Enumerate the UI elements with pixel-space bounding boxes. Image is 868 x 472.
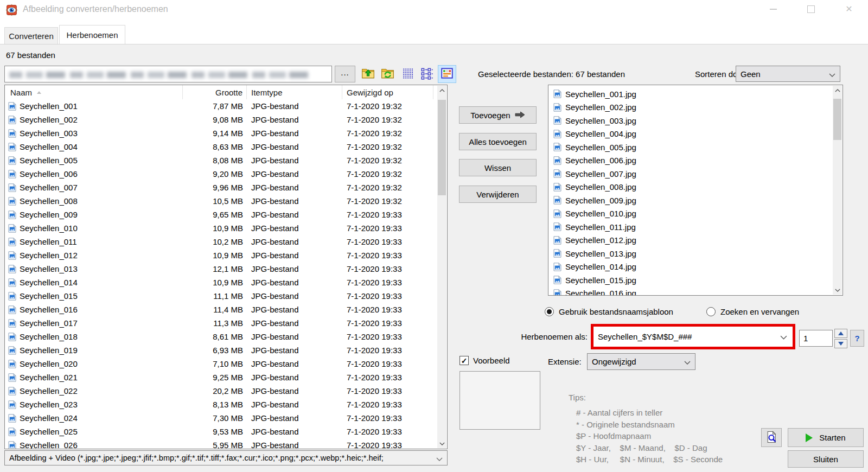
list-item[interactable]: Seychellen_002.jpg — [548, 101, 843, 114]
table-row[interactable]: Seychellen_0029,08 MBJPG-bestand7-1-2020… — [5, 113, 447, 126]
close-button[interactable]: ✕ — [837, 0, 861, 18]
minimize-button[interactable] — [761, 0, 786, 18]
list-view-button[interactable] — [418, 65, 436, 83]
remove-button[interactable]: Verwijderen — [459, 186, 537, 203]
table-row[interactable]: Seychellen_01511,1 MBJPG-bestand7-1-2020… — [5, 289, 447, 303]
table-row[interactable]: Seychellen_0188,61 MBJPG-bestand7-1-2020… — [5, 330, 447, 343]
table-row[interactable]: Seychellen_0058,08 MBJPG-bestand7-1-2020… — [5, 154, 447, 167]
table-row[interactable]: Seychellen_0238,13 MBJPG-bestand7-1-2020… — [5, 398, 447, 411]
table-row[interactable]: Seychellen_01410,9 MBJPG-bestand7-1-2020… — [5, 276, 447, 289]
preview-rename-button[interactable] — [761, 428, 782, 447]
file-type-filter-dropdown[interactable]: Afbeelding + Video (*.jpg;*.jpe;*.jpeg;*… — [4, 450, 448, 465]
column-header-grootte[interactable]: Grootte — [183, 85, 247, 99]
extension-label: Extensie: — [548, 357, 582, 366]
table-row[interactable]: Seychellen_01312,1 MBJPG-bestand7-1-2020… — [5, 262, 447, 276]
list-item[interactable]: Seychellen_007.jpg — [548, 167, 843, 181]
file-type-cell: JPG-bestand — [247, 318, 342, 328]
column-header-gewijzigd-op[interactable]: Gewijzigd op — [342, 85, 433, 99]
thumbnails-view-button[interactable] — [438, 65, 456, 83]
file-table-body: Seychellen_0017,87 MBJPG-bestand7-1-2020… — [5, 99, 447, 449]
table-row[interactable]: Seychellen_0259,53 MBJPG-bestand7-1-2020… — [5, 425, 447, 438]
extension-value: Ongewijzigd — [592, 357, 636, 366]
spin-up-button[interactable] — [834, 329, 847, 338]
table-row[interactable]: Seychellen_01711,3 MBJPG-bestand7-1-2020… — [5, 316, 447, 330]
preview-checkbox[interactable]: ✓ Voorbeeld — [459, 356, 510, 365]
rename-template-combobox[interactable]: Seychellen_$Y$M$D_### — [593, 327, 793, 347]
file-name: Seychellen_004.jpg — [565, 129, 636, 138]
list-item[interactable]: Seychellen_014.jpg — [548, 260, 843, 274]
scrollbar-thumb[interactable] — [833, 99, 841, 140]
list-item[interactable]: Seychellen_001.jpg — [548, 87, 843, 101]
file-type-cell: JPG-bestand — [247, 291, 342, 301]
list-item[interactable]: Seychellen_015.jpg — [548, 273, 843, 287]
file-name: Seychellen_018 — [20, 332, 78, 341]
maximize-button[interactable] — [799, 0, 824, 18]
table-row[interactable]: Seychellen_0099,65 MBJPG-bestand7-1-2020… — [5, 208, 447, 221]
list-item[interactable]: Seychellen_010.jpg — [548, 207, 843, 221]
tab-herbenoemen[interactable]: Herbenoemen — [59, 25, 125, 44]
details-view-button[interactable] — [399, 65, 418, 83]
file-name-cell: Seychellen_017 — [5, 318, 183, 328]
table-row[interactable]: Seychellen_01611,4 MBJPG-bestand7-1-2020… — [5, 303, 447, 316]
list-item[interactable]: Seychellen_003.jpg — [548, 114, 843, 127]
start-button[interactable]: Starten — [788, 428, 864, 447]
list-item[interactable]: Seychellen_016.jpg — [548, 287, 843, 296]
table-row[interactable]: Seychellen_01010,9 MBJPG-bestand7-1-2020… — [5, 221, 447, 235]
list-item[interactable]: Seychellen_008.jpg — [548, 181, 843, 194]
column-header-naam[interactable]: Naam — [5, 85, 183, 99]
clear-button[interactable]: Wissen — [459, 159, 537, 176]
sort-by-dropdown[interactable]: Geen — [736, 66, 840, 82]
table-row[interactable]: Seychellen_01110,2 MBJPG-bestand7-1-2020… — [5, 235, 447, 248]
table-row[interactable]: Seychellen_02220,2 MBJPG-bestand7-1-2020… — [5, 384, 447, 398]
list-item[interactable]: Seychellen_011.jpg — [548, 220, 843, 234]
table-row[interactable]: Seychellen_0219,25 MBJPG-bestand7-1-2020… — [5, 371, 447, 384]
file-name-cell: Seychellen_018 — [5, 332, 183, 341]
scrollbar-thumb[interactable] — [438, 100, 446, 195]
browse-button[interactable]: ... — [335, 66, 355, 82]
file-size-cell: 7,10 MB — [183, 359, 247, 368]
file-count-label: 67 bestanden — [6, 50, 55, 60]
scroll-up-icon[interactable] — [833, 86, 842, 95]
table-row[interactable]: Seychellen_01210,9 MBJPG-bestand7-1-2020… — [5, 248, 447, 262]
scroll-up-icon[interactable] — [437, 86, 446, 95]
tab-converteren[interactable]: Converteren — [4, 27, 58, 44]
spin-down-button[interactable] — [834, 339, 847, 348]
file-name: Seychellen_012 — [20, 251, 78, 260]
extension-dropdown[interactable]: Ongewijzigd — [587, 353, 695, 370]
folder-open-button[interactable] — [359, 65, 377, 83]
folder-path-input[interactable] — [4, 66, 332, 82]
table-row[interactable]: Seychellen_0017,87 MBJPG-bestand7-1-2020… — [5, 99, 447, 113]
scroll-down-icon[interactable] — [833, 285, 842, 295]
table-row[interactable]: Seychellen_0196,93 MBJPG-bestand7-1-2020… — [5, 343, 447, 357]
source-table-scrollbar[interactable] — [437, 86, 446, 448]
table-row[interactable]: Seychellen_0247,30 MBJPG-bestand7-1-2020… — [5, 411, 447, 425]
counter-start-input[interactable]: 1 — [799, 330, 833, 347]
list-item[interactable]: Seychellen_005.jpg — [548, 141, 843, 154]
search-replace-radio[interactable]: Zoeken en vervangen — [706, 307, 799, 316]
help-button[interactable]: ? — [850, 330, 864, 347]
table-row[interactable]: Seychellen_0079,96 MBJPG-bestand7-1-2020… — [5, 181, 447, 194]
rename-preview-box — [459, 371, 540, 430]
table-row[interactable]: Seychellen_0069,20 MBJPG-bestand7-1-2020… — [5, 167, 447, 181]
list-item[interactable]: Seychellen_013.jpg — [548, 247, 843, 260]
table-row[interactable]: Seychellen_0207,10 MBJPG-bestand7-1-2020… — [5, 357, 447, 371]
file-name: Seychellen_025 — [20, 427, 78, 436]
scroll-down-icon[interactable] — [437, 439, 446, 448]
list-item[interactable]: Seychellen_009.jpg — [548, 194, 843, 207]
close-dialog-button[interactable]: Sluiten — [788, 450, 864, 468]
file-size-cell: 9,65 MB — [183, 210, 247, 219]
add-button[interactable]: Toevoegen — [459, 106, 537, 124]
table-row[interactable]: Seychellen_0039,14 MBJPG-bestand7-1-2020… — [5, 126, 447, 140]
refresh-folder-button[interactable] — [378, 65, 397, 83]
list-item[interactable]: Seychellen_012.jpg — [548, 234, 843, 247]
table-row[interactable]: Seychellen_00810,5 MBJPG-bestand7-1-2020… — [5, 194, 447, 208]
table-row[interactable]: Seychellen_0265,95 MBJPG-bestand7-1-2020… — [5, 438, 447, 449]
file-type-cell: JPG-bestand — [247, 237, 342, 246]
list-item[interactable]: Seychellen_004.jpg — [548, 127, 843, 141]
selected-list-scrollbar[interactable] — [833, 86, 842, 295]
template-radio[interactable]: Gebruik bestandsnaamsjabloon — [545, 307, 673, 316]
column-header-itemtype[interactable]: Itemtype — [247, 85, 342, 99]
list-item[interactable]: Seychellen_006.jpg — [548, 154, 843, 168]
add-all-button[interactable]: Alles toevoegen — [459, 133, 537, 150]
table-row[interactable]: Seychellen_0048,63 MBJPG-bestand7-1-2020… — [5, 140, 447, 154]
